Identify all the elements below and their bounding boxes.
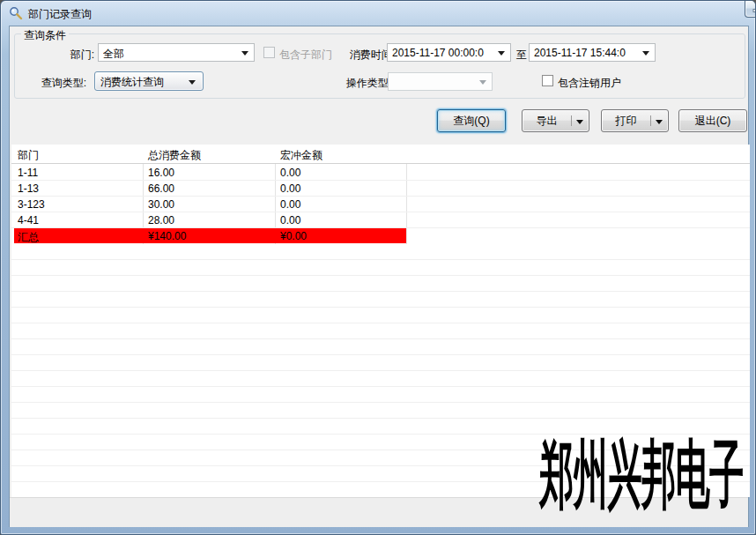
cell-summary-total: ¥140.00 bbox=[148, 230, 186, 242]
vendor-watermark: 郑州兴邦电子 bbox=[539, 437, 744, 511]
include-subdept-label: 包含子部门 bbox=[279, 48, 332, 63]
cell-department: 1-13 bbox=[18, 182, 39, 195]
grid-header: 部门 总消费金额 宏冲金额 bbox=[11, 145, 750, 164]
export-button[interactable]: 导出 bbox=[522, 109, 589, 132]
op-type-combobox bbox=[388, 72, 493, 91]
include-cancelled-label: 包含注销用户 bbox=[558, 76, 621, 91]
query-type-combobox[interactable]: 消费统计查询 bbox=[94, 71, 204, 91]
split-divider bbox=[571, 115, 572, 126]
cell-department: 1-11 bbox=[18, 167, 38, 179]
query-button[interactable]: 查询(Q) bbox=[437, 109, 506, 132]
print-button[interactable]: 打印 bbox=[601, 109, 669, 132]
to-label: 至 bbox=[516, 48, 527, 63]
chevron-down-icon bbox=[241, 51, 248, 56]
department-value: 全部 bbox=[103, 47, 237, 62]
chevron-down-icon bbox=[576, 120, 583, 124]
column-header-offset-amount[interactable]: 宏冲金额 bbox=[280, 148, 322, 163]
time-to-picker[interactable]: 2015-11-17 15:44:0 bbox=[529, 43, 656, 62]
table-row[interactable]: 1-11 16.00 0.00 bbox=[11, 165, 750, 181]
cell-summary-offset: ¥0.00 bbox=[280, 230, 307, 242]
table-row[interactable]: 1-13 66.00 0.00 bbox=[11, 181, 750, 197]
split-divider bbox=[650, 115, 651, 126]
table-row[interactable]: 4-41 28.00 0.00 bbox=[11, 212, 750, 228]
chevron-down-icon bbox=[189, 80, 196, 85]
group-title: 查询条件 bbox=[21, 28, 69, 43]
app-window: 部门记录查询 查询条件 部门: 全 bbox=[0, 0, 756, 535]
export-button-label: 导出 bbox=[523, 110, 571, 131]
query-button-label: 查询(Q) bbox=[453, 110, 489, 131]
op-type-label: 操作类型: bbox=[331, 76, 391, 91]
query-type-value: 消费统计查询 bbox=[100, 75, 185, 90]
print-button-label: 打印 bbox=[602, 110, 650, 131]
exit-button[interactable]: 退出(C) bbox=[678, 109, 747, 132]
app-icon bbox=[9, 6, 23, 20]
exit-button-label: 退出(C) bbox=[695, 110, 731, 131]
window-title: 部门记录查询 bbox=[28, 7, 92, 22]
consume-time-label: 消费时间: bbox=[335, 48, 395, 63]
include-cancelled-checkbox[interactable] bbox=[542, 75, 553, 86]
cell-summary-label: 汇总 bbox=[18, 230, 39, 245]
minimize-button[interactable] bbox=[745, 1, 756, 18]
chevron-down-icon bbox=[498, 51, 505, 56]
time-to-value: 2015-11-17 15:44:0 bbox=[534, 47, 638, 59]
cell-total: 66.00 bbox=[148, 182, 174, 195]
cell-offset: 0.00 bbox=[280, 167, 300, 179]
column-header-total-consume[interactable]: 总消费金额 bbox=[148, 148, 201, 163]
cell-department: 4-41 bbox=[18, 214, 39, 227]
chevron-down-icon bbox=[656, 120, 663, 124]
client-area: 查询条件 部门: 全部 包含子部门 消费时间: 2015-11-17 00:00… bbox=[9, 26, 749, 527]
time-from-value: 2015-11-17 00:00:0 bbox=[392, 47, 493, 59]
include-subdept-checkbox[interactable] bbox=[263, 47, 275, 58]
summary-row[interactable]: 汇总 ¥140.00 ¥0.00 bbox=[14, 228, 406, 243]
time-from-picker[interactable]: 2015-11-17 00:00:0 bbox=[387, 43, 511, 62]
cell-offset: 0.00 bbox=[280, 182, 300, 195]
cell-total: 30.00 bbox=[148, 198, 174, 211]
chevron-down-icon bbox=[642, 51, 649, 56]
chevron-down-icon bbox=[479, 80, 486, 85]
department-combobox[interactable]: 全部 bbox=[98, 43, 255, 62]
cell-department: 3-123 bbox=[18, 198, 45, 211]
titlebar[interactable]: 部门记录查询 bbox=[1, 1, 755, 26]
query-type-label: 查询类型: bbox=[28, 76, 86, 91]
cell-total: 16.00 bbox=[148, 167, 174, 179]
department-label: 部门: bbox=[41, 48, 94, 63]
table-row[interactable]: 3-123 30.00 0.00 bbox=[11, 197, 750, 212]
cell-total: 28.00 bbox=[148, 214, 174, 227]
cell-offset: 0.00 bbox=[280, 198, 300, 211]
cell-offset: 0.00 bbox=[280, 214, 300, 227]
column-header-department[interactable]: 部门 bbox=[18, 148, 39, 163]
